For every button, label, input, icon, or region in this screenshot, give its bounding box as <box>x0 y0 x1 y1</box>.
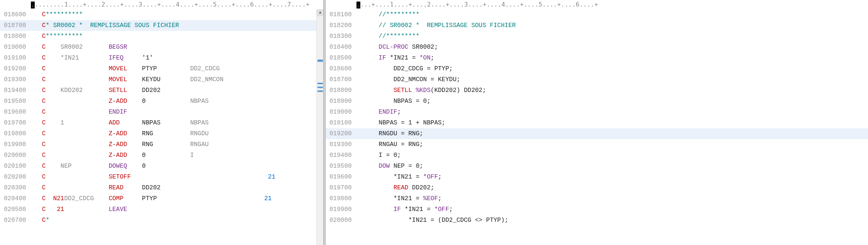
code-line[interactable]: 019600 C ENDIF <box>0 107 323 117</box>
code-line[interactable]: 019900 C Z-ADD RNG RNGAU <box>0 139 323 150</box>
line-number: 019600 <box>0 107 31 117</box>
ruler-text-left: .........1....+....2....+....3....+....4… <box>31 1 309 8</box>
code-line[interactable]: 019100 C *IN21 IFEQ '1' <box>0 53 323 63</box>
code-line[interactable]: 019500 DOW NEP = 0; <box>326 161 868 172</box>
line-content: C Z-ADD 0 NBPAS <box>31 96 323 107</box>
line-content: C ENDIF <box>31 107 323 117</box>
code-line[interactable]: 018900 NBPAS = 0; <box>326 96 868 107</box>
line-content: SETLL %KDS(KDD202) DD202; <box>356 85 868 96</box>
line-number: 019200 <box>326 128 356 139</box>
line-content: C* SR0002 * REMPLISSAGE SOUS FICHIER <box>31 20 323 31</box>
code-line[interactable]: 020300 C READ DD202 <box>0 182 323 193</box>
line-number: 019400 <box>0 85 31 96</box>
line-content: IF *IN21 = *ON; <box>356 53 868 63</box>
line-number: 019200 <box>0 63 31 74</box>
line-number: 018800 <box>0 31 31 42</box>
line-content: C SR0002 BEGSR <box>31 42 323 53</box>
line-number: 019400 <box>326 150 356 161</box>
code-line[interactable]: 018600 C********** <box>0 9 323 20</box>
line-content: RNGAU = RNG; <box>356 139 868 150</box>
line-number: 019600 <box>326 172 356 182</box>
code-line[interactable]: 018100 //********* <box>326 9 868 20</box>
line-content: //********* <box>356 31 868 42</box>
code-line[interactable]: 019800 *IN21 = %EOF; <box>326 193 868 204</box>
line-content: DD2_CDCG = PTYP; <box>356 63 868 74</box>
scroll-marker[interactable] <box>317 83 323 84</box>
code-line[interactable]: 018400 DCL-PROC SR0002; <box>326 42 868 53</box>
scroll-marker[interactable] <box>317 87 323 88</box>
line-content: *IN21 = *OFF; <box>356 172 868 182</box>
code-line[interactable]: 018500 IF *IN21 = *ON; <box>326 53 868 63</box>
line-content: I = 0; <box>356 150 868 161</box>
code-line[interactable]: 019500 C Z-ADD 0 NBPAS <box>0 96 323 107</box>
code-line[interactable]: 019600 *IN21 = *OFF; <box>326 172 868 182</box>
line-content: C NEP DOWEQ 0 <box>31 161 323 172</box>
code-line[interactable]: 020100 C NEP DOWEQ 0 <box>0 161 323 172</box>
code-line[interactable]: 019900 IF *IN21 = *OFF; <box>326 204 868 215</box>
code-line[interactable]: 020400 C N21DD2_CDCG COMP PTYP 21 <box>0 193 323 204</box>
code-line[interactable]: 020000 *IN21 = (DD2_CDCG <> PTYP); <box>326 215 868 226</box>
scroll-up-icon[interactable]: ▲ <box>317 9 323 16</box>
code-line[interactable]: 019700 C 1 ADD NBPAS NBPAS <box>0 117 323 128</box>
line-number: 018600 <box>0 9 31 20</box>
code-line[interactable]: 019100 NBPAS = 1 + NBPAS; <box>326 117 868 128</box>
line-content: NBPAS = 1 + NBPAS; <box>356 117 868 128</box>
ruler-text-right: ....+....1....+....2....+....3....+....4… <box>356 1 598 8</box>
line-number: 018100 <box>326 9 356 20</box>
code-line[interactable]: 019200 C MOVEL PTYP DD2_CDCG <box>0 63 323 74</box>
line-content: NBPAS = 0; <box>356 96 868 107</box>
line-content: C********** <box>31 9 323 20</box>
code-line[interactable]: 020000 C Z-ADD 0 I <box>0 150 323 161</box>
code-line[interactable]: 018800 SETLL %KDS(KDD202) DD202; <box>326 85 868 96</box>
code-line[interactable]: 018200 // SR0002 * REMPLISSAGE SOUS FICH… <box>326 20 868 31</box>
line-number: 020100 <box>0 161 31 172</box>
code-line[interactable]: 019400 I = 0; <box>326 150 868 161</box>
line-content: C KDD202 SETLL DD202 <box>31 85 323 96</box>
line-content: C********** <box>31 31 323 42</box>
line-number: 019900 <box>0 139 31 150</box>
right-code-area[interactable]: 018100 //*********018200 // SR0002 * REM… <box>326 9 868 226</box>
code-line[interactable]: 020500 C 21 LEAVE <box>0 204 323 215</box>
code-line[interactable]: 018300 //********* <box>326 31 868 42</box>
line-content: IF *IN21 = *OFF; <box>356 204 868 215</box>
code-line[interactable]: 018700 DD2_NMCON = KEYDU; <box>326 74 868 85</box>
line-number: 019000 <box>0 42 31 53</box>
left-scrollbar[interactable]: ▲ <box>316 9 323 245</box>
code-line[interactable]: 019000 C SR0002 BEGSR <box>0 42 323 53</box>
code-line[interactable]: 019300 RNGAU = RNG; <box>326 139 868 150</box>
line-content: C READ DD202 <box>31 182 323 193</box>
line-number: 018600 <box>326 63 356 74</box>
scroll-marker[interactable] <box>317 60 323 62</box>
line-content: C MOVEL KEYDU DD2_NMCON <box>31 74 323 85</box>
line-content: DOW NEP = 0; <box>356 161 868 172</box>
line-number: 018400 <box>326 42 356 53</box>
line-number: 019500 <box>326 161 356 172</box>
line-number: 018300 <box>326 31 356 42</box>
code-line[interactable]: 020700 C* <box>0 215 323 226</box>
right-editor-pane[interactable]: ....+....1....+....2....+....3....+....4… <box>326 0 868 245</box>
line-number: 020400 <box>0 193 31 204</box>
code-line[interactable]: 018800 C********** <box>0 31 323 42</box>
code-line[interactable]: 019700 READ DD202; <box>326 182 868 193</box>
code-line[interactable]: 020200 C SETOFF 21 <box>0 172 323 182</box>
code-line[interactable]: 019200 RNGDU = RNG; <box>326 128 868 139</box>
left-editor-pane[interactable]: .........1....+....2....+....3....+....4… <box>0 0 323 245</box>
code-line[interactable]: 018600 DD2_CDCG = PTYP; <box>326 63 868 74</box>
code-line[interactable]: 019400 C KDD202 SETLL DD202 <box>0 85 323 96</box>
line-content: C MOVEL PTYP DD2_CDCG <box>31 63 323 74</box>
line-number: 020300 <box>0 182 31 193</box>
line-content: ENDIF; <box>356 107 868 117</box>
line-content: C *IN21 IFEQ '1' <box>31 53 323 63</box>
line-number: 019800 <box>0 128 31 139</box>
code-line[interactable]: 018700 C* SR0002 * REMPLISSAGE SOUS FICH… <box>0 20 323 31</box>
line-number: 018700 <box>326 74 356 85</box>
left-code-area[interactable]: 018600 C**********018700 C* SR0002 * REM… <box>0 9 323 226</box>
line-number: 018700 <box>0 20 31 31</box>
code-line[interactable]: 019800 C Z-ADD RNG RNGDU <box>0 128 323 139</box>
line-content: C Z-ADD RNG RNGDU <box>31 128 323 139</box>
line-number: 020000 <box>326 215 356 226</box>
code-line[interactable]: 019300 C MOVEL KEYDU DD2_NMCON <box>0 74 323 85</box>
line-number: 020000 <box>0 150 31 161</box>
code-line[interactable]: 019000 ENDIF; <box>326 107 868 117</box>
scroll-marker[interactable] <box>317 90 323 92</box>
